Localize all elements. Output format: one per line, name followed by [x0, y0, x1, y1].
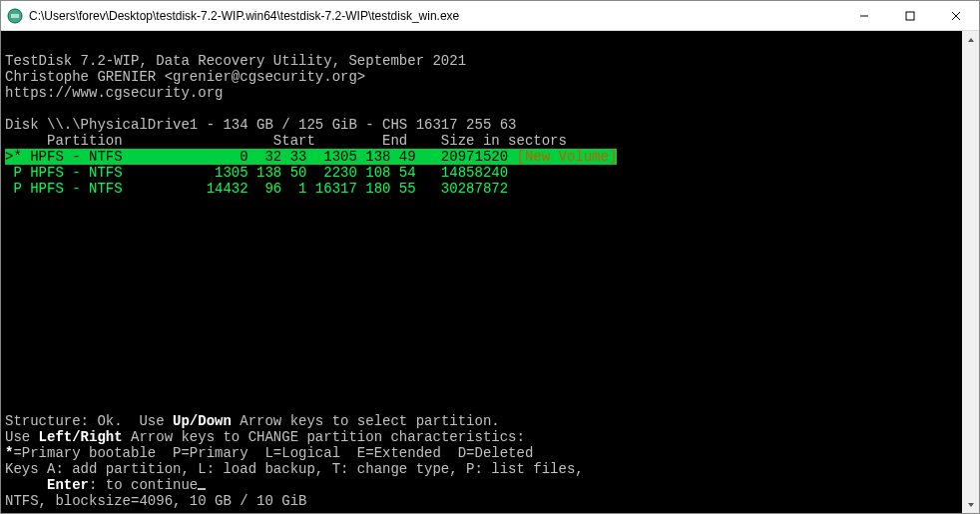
maximize-button[interactable] [887, 1, 933, 31]
partition-row[interactable]: P HPFS - NTFS 1305 138 50 2230 108 54 14… [5, 165, 508, 181]
help-footer: Structure: Ok. Use Up/Down Arrow keys to… [5, 397, 958, 509]
console-area: TestDisk 7.2-WIP, Data Recovery Utility,… [1, 31, 979, 513]
scroll-track[interactable] [962, 48, 979, 496]
partition-row[interactable]: P HPFS - NTFS 14432 96 1 16317 180 55 30… [5, 181, 508, 197]
partition-row-selected[interactable]: >* HPFS - NTFS 0 32 33 1305 138 49 20971… [5, 149, 617, 165]
close-button[interactable] [933, 1, 979, 31]
window-title: C:\Users\forev\Desktop\testdisk-7.2-WIP.… [29, 9, 841, 23]
svg-marker-7 [968, 503, 974, 507]
console-output[interactable]: TestDisk 7.2-WIP, Data Recovery Utility,… [1, 31, 979, 513]
header-line-3: https://www.cgsecurity.org [5, 85, 223, 101]
columns-header: Partition Start End Size in sectors [5, 133, 567, 149]
scroll-down-button[interactable] [962, 496, 979, 513]
header-line-2: Christophe GRENIER <grenier@cgsecurity.o… [5, 69, 365, 85]
scroll-up-button[interactable] [962, 31, 979, 48]
app-icon [7, 8, 23, 24]
header-line-1: TestDisk 7.2-WIP, Data Recovery Utility,… [5, 53, 466, 69]
cursor [198, 488, 206, 490]
vertical-scrollbar[interactable] [962, 31, 979, 513]
minimize-button[interactable] [841, 1, 887, 31]
keys-line: Keys A: add partition, L: load backup, T… [5, 461, 584, 477]
ntfs-info: NTFS, blocksize=4096, 10 GB / 10 GiB [5, 493, 306, 509]
window-titlebar: C:\Users\forev\Desktop\testdisk-7.2-WIP.… [1, 1, 979, 31]
svg-marker-6 [968, 38, 974, 42]
svg-rect-3 [906, 12, 914, 20]
disk-info: Disk \\.\PhysicalDrive1 - 134 GB / 125 G… [5, 117, 516, 133]
svg-rect-1 [11, 14, 19, 18]
